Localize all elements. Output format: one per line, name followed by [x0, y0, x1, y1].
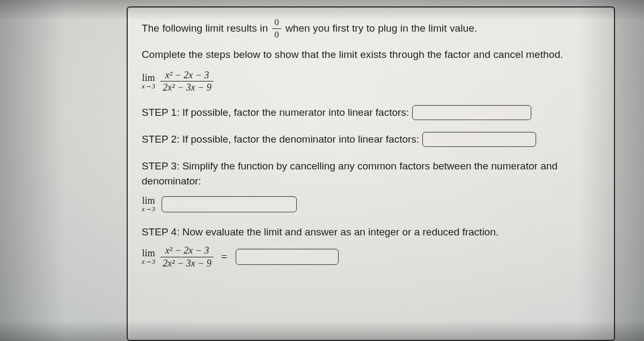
- lim-sub: x→3: [142, 83, 155, 90]
- step-3-body-b: denominator:: [142, 175, 201, 187]
- fraction-bar: [160, 257, 214, 257]
- step-3-row: STEP 3: Simplify the function by cancell…: [142, 159, 600, 188]
- limit-denominator: 2x² − 3x − 9: [160, 82, 214, 93]
- problem-panel: The following limit results in 0 0 when …: [127, 6, 615, 341]
- step-3-body-a: Simplify the function by cancelling any …: [182, 160, 558, 172]
- step-4-body: Now evaluate the limit and answer as an …: [182, 226, 499, 238]
- step-2-text: STEP 2: If possible, factor the denomina…: [142, 132, 419, 147]
- limit-operator: lim x→3: [142, 196, 155, 213]
- lim-text: lim: [142, 73, 155, 83]
- step-4-row: STEP 4: Now evaluate the limit and answe…: [142, 225, 600, 240]
- final-limit-fraction: x² − 2x − 3 2x² − 3x − 9: [160, 245, 214, 269]
- step-4-input[interactable]: [236, 249, 339, 265]
- lim-sub: x→3: [142, 258, 155, 265]
- lim-text: lim: [142, 196, 155, 205]
- step-4-label: STEP 4:: [142, 226, 179, 238]
- step-4-limit-row: lim x→3 x² − 2x − 3 2x² − 3x − 9 =: [142, 245, 600, 269]
- zero-over-zero: 0 0: [272, 17, 281, 40]
- intro-line-1: The following limit results in 0 0 when …: [142, 17, 600, 40]
- limit-operator: lim x→3: [142, 73, 155, 90]
- step-1-row: STEP 1: If possible, factor the numerato…: [142, 105, 600, 120]
- step-2-body: If possible, factor the denominator into…: [182, 134, 419, 145]
- limit-numerator: x² − 2x − 3: [160, 245, 214, 256]
- lim-sub: x→3: [142, 205, 155, 213]
- intro-line-2: Complete the steps below to show that th…: [142, 47, 600, 62]
- limit-numerator: x² − 2x − 3: [160, 70, 214, 81]
- frac-denominator: 0: [272, 29, 281, 40]
- intro-text-b: when you first try to plug in the limit …: [286, 21, 477, 36]
- step-3-input[interactable]: [162, 196, 297, 212]
- main-limit-expression: lim x→3 x² − 2x − 3 2x² − 3x − 9: [142, 70, 600, 93]
- page-surface: The following limit results in 0 0 when …: [0, 0, 644, 341]
- limit-operator: lim x→3: [142, 248, 155, 265]
- frac-numerator: 0: [272, 17, 281, 28]
- intro-text-a: The following limit results in: [142, 21, 268, 36]
- fraction-bar: [272, 28, 281, 29]
- limit-denominator: 2x² − 3x − 9: [160, 258, 214, 269]
- step-3-label: STEP 3:: [142, 160, 179, 172]
- lim-text: lim: [142, 248, 155, 258]
- step-1-input[interactable]: [412, 105, 531, 120]
- step-3-limit-row: lim x→3: [142, 196, 600, 213]
- step-2-input[interactable]: [422, 132, 536, 147]
- limit-fraction: x² − 2x − 3 2x² − 3x − 9: [160, 70, 214, 93]
- step-1-text: STEP 1: If possible, factor the numerato…: [142, 105, 409, 120]
- step-1-body: If possible, factor the numerator into l…: [182, 107, 409, 118]
- equals-sign: =: [221, 251, 227, 263]
- step-2-row: STEP 2: If possible, factor the denomina…: [142, 132, 600, 147]
- fraction-bar: [160, 81, 214, 81]
- step-2-label: STEP 2:: [142, 134, 179, 145]
- step-1-label: STEP 1:: [142, 107, 179, 118]
